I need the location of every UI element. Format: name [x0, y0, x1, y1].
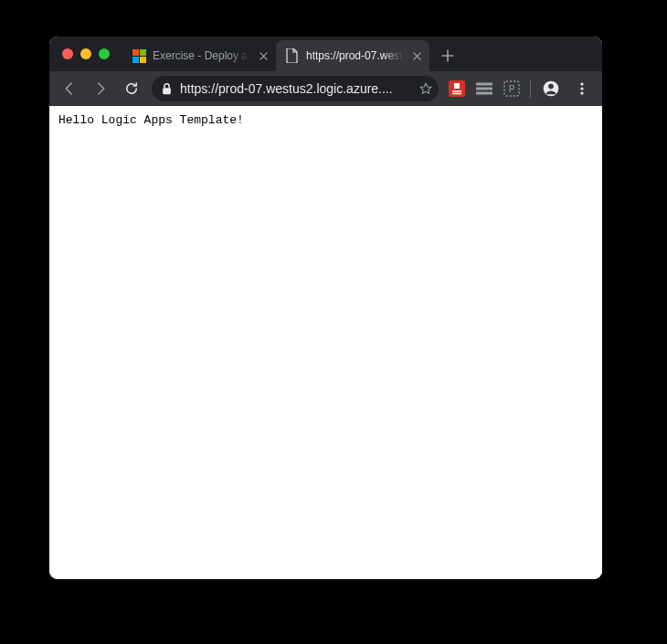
forward-button[interactable]	[86, 74, 115, 103]
browser-window: Exercise - Deploy and export https://pro…	[49, 37, 602, 579]
page-icon	[285, 48, 300, 63]
address-bar[interactable]: https://prod-07.westus2.logic.azure....	[152, 76, 439, 101]
tabs-container: Exercise - Deploy and export https://pro…	[117, 40, 602, 71]
svg-text:P: P	[509, 84, 515, 94]
svg-point-6	[548, 83, 554, 89]
lock-icon	[161, 82, 173, 95]
reload-button[interactable]	[117, 74, 146, 103]
window-minimize-button[interactable]	[80, 48, 91, 59]
svg-rect-0	[163, 88, 171, 94]
tab-close-button[interactable]	[409, 48, 424, 63]
tab-exercise-deploy[interactable]: Exercise - Deploy and export	[122, 40, 276, 71]
back-button[interactable]	[55, 74, 84, 103]
profile-button[interactable]	[536, 74, 566, 103]
svg-point-7	[580, 82, 583, 85]
extension-icon-1[interactable]	[444, 76, 470, 101]
toolbar-divider	[530, 79, 531, 98]
bookmark-star-icon[interactable]	[418, 81, 433, 96]
url-text: https://prod-07.westus2.logic.azure....	[180, 81, 411, 96]
tab-close-button[interactable]	[256, 48, 270, 63]
svg-point-8	[580, 87, 583, 90]
window-close-button[interactable]	[62, 48, 73, 59]
tab-prod07[interactable]: https://prod-07.westus2.logic	[276, 40, 429, 71]
svg-point-9	[580, 91, 583, 94]
menu-button[interactable]	[567, 74, 597, 103]
new-tab-button[interactable]	[435, 43, 461, 69]
extension-icon-3[interactable]: P	[499, 76, 524, 101]
window-controls	[58, 37, 117, 71]
microsoft-logo-icon	[132, 48, 146, 63]
tab-title: Exercise - Deploy and export	[153, 49, 249, 62]
tab-title: https://prod-07.westus2.logic	[306, 49, 403, 62]
tab-strip: Exercise - Deploy and export https://pro…	[49, 37, 602, 71]
page-content: Hello Logic Apps Template!	[49, 106, 602, 579]
window-maximize-button[interactable]	[99, 48, 110, 59]
svg-rect-2	[454, 83, 460, 89]
extension-icon-2[interactable]	[471, 76, 497, 101]
toolbar: https://prod-07.westus2.logic.azure.... …	[49, 71, 602, 106]
page-body-text: Hello Logic Apps Template!	[58, 113, 244, 127]
